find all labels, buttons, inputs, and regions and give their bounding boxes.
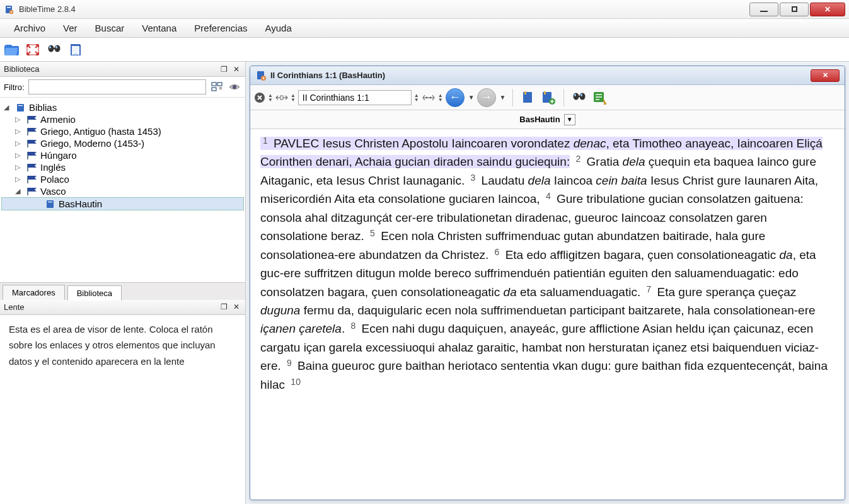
- chapter-stepper[interactable]: ▲▼: [291, 93, 296, 102]
- window-maximize-button[interactable]: [780, 3, 809, 16]
- flag-icon: [26, 139, 38, 149]
- tab-marcadores[interactable]: Marcadores: [3, 285, 65, 300]
- window-minimize-button[interactable]: [749, 3, 778, 16]
- svg-point-28: [573, 93, 579, 100]
- svg-rect-1: [7, 7, 11, 8]
- window-close-button[interactable]: ✕: [810, 3, 845, 16]
- verse-number[interactable]: 6: [492, 247, 502, 257]
- tree-lang-label: Polaco: [40, 174, 69, 185]
- verse-stepper-right[interactable]: ▲▼: [438, 93, 443, 102]
- reader-search-button[interactable]: [570, 89, 588, 106]
- display-settings-button[interactable]: [591, 89, 608, 106]
- separator: [512, 89, 513, 106]
- verse-number[interactable]: 1: [260, 135, 270, 146]
- svg-point-7: [49, 46, 51, 49]
- library-panel-title: Biblioteca: [4, 64, 39, 74]
- verse-number[interactable]: 2: [573, 154, 583, 164]
- back-history-menu[interactable]: ▼: [468, 94, 475, 101]
- svg-rect-16: [48, 202, 52, 202]
- main-toolbar: [0, 38, 849, 62]
- tree-lang-item[interactable]: ◢Vasco: [1, 185, 244, 197]
- scroll-lock-icon[interactable]: [275, 93, 288, 102]
- tree-lang-label: Griego, Moderno (1453-): [40, 138, 144, 149]
- reader-titlebar[interactable]: II Corinthians 1:1 (BasHautin) ✕: [250, 66, 845, 85]
- tree-lang-label: Vasco: [40, 186, 66, 197]
- search-button[interactable]: [45, 41, 63, 59]
- verse-number[interactable]: 3: [468, 173, 478, 183]
- svg-rect-6: [54, 48, 55, 49]
- svg-point-31: [574, 94, 576, 96]
- book-icon: [45, 199, 56, 209]
- svg-rect-30: [578, 96, 580, 97]
- version-dropdown-button[interactable]: ▼: [564, 114, 575, 125]
- svg-rect-20: [280, 96, 283, 100]
- svg-point-4: [49, 45, 54, 52]
- menu-preferencias[interactable]: Preferencias: [185, 20, 256, 36]
- menu-buscar[interactable]: Buscar: [86, 20, 134, 36]
- menu-ayuda[interactable]: Ayuda: [257, 20, 301, 36]
- window-title: BibleTime 2.8.4: [19, 4, 748, 14]
- library-panel-header: Biblioteca ❐ ✕: [0, 62, 245, 77]
- tab-biblioteca[interactable]: Biblioteca: [67, 285, 122, 301]
- tree-lang-item[interactable]: ▷Inglés: [1, 161, 244, 173]
- verse-number[interactable]: 9: [284, 358, 294, 368]
- version-name: BasHautin: [519, 115, 560, 124]
- history-forward-button[interactable]: →: [477, 88, 496, 107]
- verse-number[interactable]: 8: [348, 321, 358, 331]
- tree-lang-item[interactable]: ▷Griego, Antiguo (hasta 1453): [1, 125, 244, 137]
- lens-content: Esta es el area de visor de lente. Coloc…: [0, 315, 245, 505]
- add-parallel-plus-button[interactable]: [540, 89, 557, 106]
- separator: [563, 89, 564, 106]
- library-float-button[interactable]: ❐: [219, 64, 229, 74]
- version-selector-row: BasHautin ▼: [250, 110, 845, 129]
- reader-close-button[interactable]: ✕: [811, 69, 840, 82]
- bookshelf-manager-button[interactable]: [67, 41, 84, 59]
- menu-ventana[interactable]: Ventana: [133, 20, 185, 36]
- svg-point-21: [425, 96, 427, 98]
- menu-archivo[interactable]: Archivo: [5, 20, 54, 36]
- tree-lang-label: Húngaro: [40, 150, 77, 161]
- verse-stepper-left[interactable]: ▲▼: [414, 93, 419, 102]
- verse-number[interactable]: 7: [644, 284, 654, 294]
- tree-lang-label: Griego, Antiguo (hasta 1453): [40, 126, 161, 137]
- fullscreen-button[interactable]: [24, 41, 42, 59]
- lens-float-button[interactable]: ❐: [219, 302, 229, 312]
- menu-ver[interactable]: Ver: [54, 20, 86, 36]
- open-work-button[interactable]: [3, 41, 20, 59]
- lens-panel-header: Lente ❐ ✕: [0, 300, 245, 315]
- scripture-text-area[interactable]: 1 PAVLEC Iesus Christen Apostolu Iaincoa…: [250, 129, 845, 500]
- filter-input[interactable]: [28, 79, 207, 94]
- lens-close-button[interactable]: ✕: [231, 302, 241, 312]
- svg-rect-13: [17, 104, 24, 112]
- clear-location-button[interactable]: [254, 92, 265, 103]
- svg-point-32: [580, 94, 582, 96]
- sync-icon[interactable]: [422, 93, 436, 103]
- svg-rect-11: [212, 88, 216, 91]
- book-stepper[interactable]: ▲▼: [268, 93, 273, 102]
- tree-work-label: BasHautin: [59, 198, 102, 209]
- flag-icon: [26, 175, 38, 185]
- history-back-button[interactable]: ←: [446, 88, 465, 107]
- library-tree[interactable]: ◢ Biblias ▷Armenio▷Griego, Antiguo (hast…: [0, 98, 245, 282]
- svg-point-22: [429, 96, 431, 98]
- tree-lang-item[interactable]: ▷Armenio: [1, 113, 244, 125]
- svg-point-5: [55, 45, 61, 52]
- svg-rect-24: [524, 91, 526, 94]
- svg-rect-26: [544, 91, 546, 94]
- library-tabs: Marcadores Biblioteca: [0, 282, 245, 300]
- verse-number[interactable]: 4: [543, 191, 553, 201]
- location-input[interactable]: [298, 90, 412, 105]
- filter-visibility-button[interactable]: [228, 80, 241, 94]
- verse-number[interactable]: 5: [367, 228, 378, 238]
- tree-lang-item[interactable]: ▷Polaco: [1, 173, 244, 185]
- filter-group-button[interactable]: [210, 80, 224, 94]
- tree-lang-item[interactable]: ▷Húngaro: [1, 149, 244, 161]
- tree-lang-item[interactable]: ▷Griego, Moderno (1453-): [1, 137, 244, 149]
- add-parallel-button[interactable]: [519, 89, 537, 106]
- tree-work-item[interactable]: BasHautin: [1, 197, 244, 210]
- library-close-button[interactable]: ✕: [231, 64, 241, 74]
- tree-root-biblias[interactable]: ◢ Biblias: [1, 101, 244, 113]
- flag-icon: [26, 186, 38, 197]
- forward-history-menu[interactable]: ▼: [500, 94, 506, 101]
- verse-number[interactable]: 10: [288, 377, 303, 387]
